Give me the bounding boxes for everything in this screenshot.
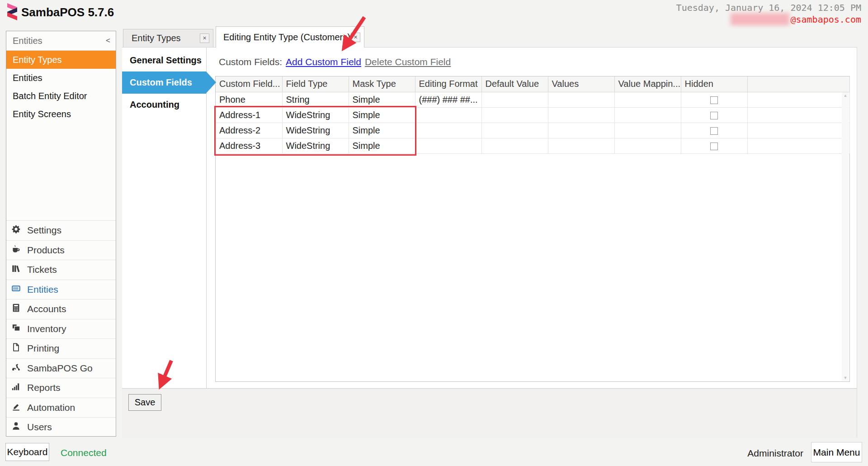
page-icon	[11, 342, 21, 355]
col-hidden[interactable]: Hidden	[681, 76, 747, 92]
scroll-down-icon[interactable]: ▼	[844, 375, 848, 381]
sambapos-logo-icon	[5, 3, 19, 23]
cell-field-type[interactable]: WideString	[282, 123, 349, 138]
cell-hidden	[681, 138, 747, 153]
cell-mask-type[interactable]: Simple	[349, 138, 415, 153]
col-default-value[interactable]: Default Value	[481, 76, 548, 92]
cell-editing-format[interactable]	[415, 107, 481, 123]
module-entities[interactable]: Entities	[6, 280, 116, 300]
cell-mask-type[interactable]: Simple	[349, 107, 415, 123]
col-custom-field[interactable]: Custom Field...	[216, 76, 282, 92]
sidebar: Entities < Entity Types Entities Batch E…	[6, 31, 116, 437]
grid-icon	[11, 283, 21, 296]
cell-value-mapping[interactable]	[614, 138, 681, 153]
cell-default-value[interactable]	[481, 138, 548, 153]
boxes-icon	[11, 323, 21, 335]
module-inventory[interactable]: Inventory	[6, 319, 116, 339]
module-users[interactable]: Users	[6, 417, 116, 437]
collapse-sidebar-icon[interactable]: <	[106, 36, 110, 45]
close-icon[interactable]: ×	[200, 33, 209, 43]
module-automation[interactable]: Automation	[6, 398, 116, 418]
cell-editing-format[interactable]	[415, 138, 481, 153]
table-row[interactable]: Address-3 WideString Simple	[216, 138, 849, 153]
custom-fields-toolbar: Custom Fields:Add Custom FieldDelete Cus…	[219, 57, 451, 67]
cell-name[interactable]: Phone	[216, 92, 282, 107]
module-label: SambaPOS Go	[27, 363, 93, 374]
keyboard-button[interactable]: Keyboard	[5, 443, 49, 461]
module-accounts[interactable]: Accounts	[6, 299, 116, 319]
tab-editing-entity-type[interactable]: Editing Entity Type (Customers) ×	[216, 26, 364, 48]
person-icon	[11, 421, 21, 433]
cell-name[interactable]: Address-3	[216, 138, 282, 153]
hidden-checkbox[interactable]	[710, 127, 718, 135]
col-mask-type[interactable]: Mask Type	[349, 76, 415, 92]
email-suffix-label: @sambapos.com	[790, 14, 861, 25]
scroll-up-icon[interactable]: ▲	[844, 92, 848, 99]
cell-field-type[interactable]: String	[282, 92, 349, 107]
app-title: SambaPOS 5.7.6	[21, 5, 114, 19]
close-icon[interactable]: ×	[351, 33, 360, 42]
cell-default-value[interactable]	[481, 107, 548, 123]
datetime-label: Tuesday, January 16, 2024 12:05 PM	[676, 2, 861, 13]
entity-type-subnav: General Settings Custom Fields Accountin…	[122, 48, 207, 388]
subnav-accounting[interactable]: Accounting	[122, 95, 206, 114]
add-custom-field-link[interactable]: Add Custom Field	[286, 57, 361, 67]
sidebar-item-entities[interactable]: Entities	[6, 69, 116, 87]
cell-value-mapping[interactable]	[614, 107, 681, 123]
sidebar-header-label: Entities	[13, 36, 42, 46]
sidebar-item-entity-screens[interactable]: Entity Screens	[6, 105, 116, 123]
module-products[interactable]: Products	[6, 240, 116, 260]
cell-empty	[747, 92, 849, 107]
col-values[interactable]: Values	[548, 76, 614, 92]
sidebar-item-batch-entity-editor[interactable]: Batch Entity Editor	[6, 87, 116, 105]
cell-values[interactable]	[548, 92, 614, 107]
col-value-mapping[interactable]: Value Mappin...	[614, 76, 681, 92]
cell-name[interactable]: Address-1	[216, 107, 282, 123]
col-editing-format[interactable]: Editing Format	[415, 76, 481, 92]
table-row[interactable]: Phone String Simple (###) ### ##...	[216, 92, 849, 107]
cell-name[interactable]: Address-2	[216, 123, 282, 138]
tab-entity-types[interactable]: Entity Types ×	[123, 29, 213, 48]
col-field-type[interactable]: Field Type	[282, 76, 349, 92]
marker-icon	[11, 401, 21, 414]
account-email: @sambapos.com	[731, 13, 861, 25]
cell-value-mapping[interactable]	[614, 92, 681, 107]
cell-mask-type[interactable]: Simple	[349, 123, 415, 138]
hidden-checkbox[interactable]	[710, 143, 718, 150]
cell-field-type[interactable]: WideString	[282, 107, 349, 123]
table-row[interactable]: Address-1 WideString Simple	[216, 107, 849, 123]
module-printing[interactable]: Printing	[6, 338, 116, 358]
cell-default-value[interactable]	[481, 123, 548, 138]
cell-mask-type[interactable]: Simple	[349, 92, 415, 107]
cell-values[interactable]	[548, 107, 614, 123]
cell-value-mapping[interactable]	[614, 123, 681, 138]
main-menu-button[interactable]: Main Menu	[811, 442, 862, 462]
subnav-custom-fields[interactable]: Custom Fields	[122, 71, 206, 94]
cell-values[interactable]	[548, 123, 614, 138]
cell-editing-format[interactable]: (###) ### ##...	[415, 92, 481, 107]
hidden-checkbox[interactable]	[710, 112, 718, 119]
subnav-general-settings[interactable]: General Settings	[122, 50, 206, 70]
connection-status: Connected	[61, 447, 107, 458]
custom-fields-label: Custom Fields:	[219, 57, 282, 67]
save-bar: Save	[122, 388, 857, 438]
cell-editing-format[interactable]	[415, 123, 481, 138]
col-empty	[747, 76, 849, 92]
module-reports[interactable]: Reports	[6, 378, 116, 398]
module-tickets[interactable]: Tickets	[6, 260, 116, 280]
cell-field-type[interactable]: WideString	[282, 138, 349, 153]
delete-custom-field-link[interactable]: Delete Custom Field	[365, 57, 451, 67]
cell-default-value[interactable]	[481, 92, 548, 107]
vertical-scrollbar[interactable]: ▲ ▼	[842, 92, 849, 381]
module-label: Products	[27, 245, 65, 256]
current-user-label: Administrator	[747, 448, 803, 459]
cell-hidden	[681, 107, 747, 123]
hidden-checkbox[interactable]	[710, 96, 718, 104]
sidebar-item-entity-types[interactable]: Entity Types	[6, 51, 116, 69]
table-row[interactable]: Address-2 WideString Simple	[216, 123, 849, 138]
module-settings[interactable]: Settings	[6, 220, 116, 240]
module-sambapos-go[interactable]: SambaPOS Go	[6, 358, 116, 378]
save-button[interactable]: Save	[128, 394, 161, 411]
cell-values[interactable]	[548, 138, 614, 153]
gear-icon	[11, 224, 21, 237]
